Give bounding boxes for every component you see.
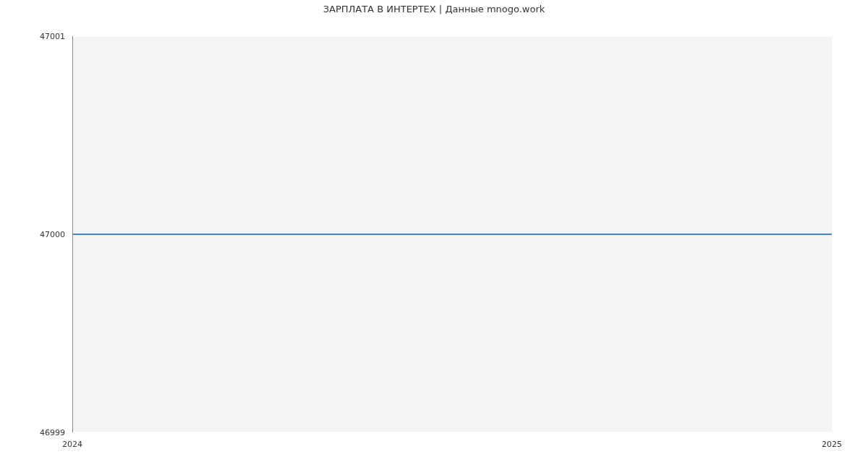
gridline-y-top [73,36,832,37]
chart-title: ЗАРПЛАТА В ИНТЕРТЕХ | Данные mnogo.work [0,4,868,14]
xtick-0: 2024 [62,440,82,449]
plot-area [72,36,832,432]
xtick-1: 2025 [822,440,842,449]
gridline-y-bottom [73,432,832,432]
ytick-2: 46999 [0,428,65,437]
series-line-salary [73,234,832,235]
ytick-0: 47001 [0,32,65,41]
ytick-1: 47000 [0,230,65,239]
